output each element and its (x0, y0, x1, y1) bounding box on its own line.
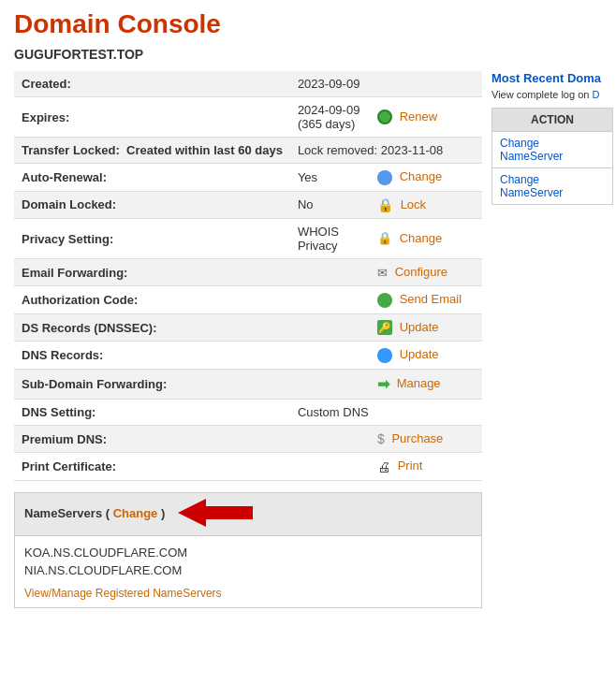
right-panel: Most Recent Doma View complete log on D … (491, 71, 613, 608)
table-row: Transfer Locked: Created within last 60 … (14, 138, 482, 164)
field-label: Expires: (14, 97, 290, 138)
svg-marker-0 (178, 499, 253, 527)
field-value: Lock removed: 2023-11-08 (290, 138, 482, 164)
table-row: Expires: 2024-09-09 (365 days) Renew (14, 97, 482, 138)
subdomain-manage-link[interactable]: Manage (397, 376, 441, 390)
nameservers-title-prefix: NameServers ( (24, 506, 113, 520)
send-email-link[interactable]: Send Email (400, 292, 462, 306)
premium-dns-icon: $ (377, 431, 385, 446)
action-cell: $ Purchase (370, 425, 482, 453)
left-panel: Created: 2023-09-09 Expires: 2024-09-09 … (14, 71, 482, 608)
field-value: 2023-09-09 (290, 71, 482, 97)
field-label: DS Records (DNSSEC): (14, 313, 290, 342)
most-recent-title: Most Recent Doma (491, 71, 613, 85)
domain-name: GUGUFORTEST.TOP (14, 47, 602, 62)
red-arrow-icon (178, 499, 253, 527)
view-manage-nameservers-link[interactable]: View/Manage Registered NameServers (24, 587, 222, 600)
right-panel-subtitle: View complete log on D (491, 89, 613, 100)
table-row: DNS Setting: Custom DNS (14, 399, 482, 425)
table-row: Premium DNS: $ Purchase (14, 425, 482, 453)
field-value (290, 425, 370, 453)
action-cell: Change (370, 164, 482, 192)
dns-icon (377, 348, 392, 363)
field-value: No (290, 191, 370, 219)
field-label: Email Forwarding: (14, 259, 290, 286)
action-cell: Update (370, 342, 482, 370)
action-row: Change NameServer (492, 132, 613, 168)
privacy-change-link[interactable]: Change (400, 231, 443, 245)
field-value: Custom DNS (290, 399, 482, 425)
field-label: Transfer Locked: Created within last 60 … (14, 138, 290, 164)
action-cell: 🔒 Lock (370, 191, 482, 219)
auth-icon (377, 293, 392, 308)
change-nameserver-link-1[interactable]: Change NameServer (500, 137, 563, 163)
log-link[interactable]: D (592, 89, 599, 100)
field-label: DNS Setting: (14, 399, 290, 425)
table-row: Print Certificate: 🖨 Print (14, 453, 482, 481)
table-row: Created: 2023-09-09 (14, 71, 482, 97)
page-title: Domain Console (14, 9, 602, 39)
email-icon: ✉ (377, 266, 388, 280)
nameservers-title-suffix: ) (161, 506, 165, 520)
info-table: Created: 2023-09-09 Expires: 2024-09-09 … (14, 71, 482, 481)
action-cell: 🖨 Print (370, 453, 482, 481)
dns-update-link[interactable]: Update (400, 347, 439, 361)
field-label: Privacy Setting: (14, 219, 290, 259)
field-label: Print Certificate: (14, 453, 290, 481)
table-row: Privacy Setting: WHOIS Privacy 🔒 Change (14, 219, 482, 259)
nameserver-entry: KOA.NS.CLOUDFLARE.COM (24, 544, 472, 561)
field-label: Premium DNS: (14, 425, 290, 453)
auto-renewal-change-link[interactable]: Change (400, 169, 443, 183)
nameservers-header: NameServers ( Change ) (15, 493, 481, 536)
table-row: Domain Locked: No 🔒 Lock (14, 191, 482, 219)
change-nameserver-link-2[interactable]: Change NameServer (500, 173, 563, 199)
print-link[interactable]: Print (398, 458, 423, 473)
email-configure-link[interactable]: Configure (395, 265, 447, 279)
nameservers-change-link[interactable]: Change (113, 506, 158, 520)
table-row: DNS Records: Update (14, 342, 482, 370)
action-table: ACTION Change NameServer Change NameServ… (491, 108, 613, 205)
action-cell: Renew (370, 97, 482, 138)
action-cell: 🔒 Change (370, 219, 482, 259)
subdomain-icon: ➡ (377, 375, 389, 393)
action-cell: ✉ Configure (370, 259, 482, 286)
renew-icon (377, 109, 392, 124)
table-row: Sub-Domain Forwarding: ➡ Manage (14, 369, 482, 399)
action-cell: Send Email (370, 286, 482, 314)
lock-link[interactable]: Lock (401, 197, 426, 211)
field-label: Sub-Domain Forwarding: (14, 369, 290, 399)
table-row: DS Records (DNSSEC): 🔑 Update (14, 313, 482, 342)
auto-renewal-icon (377, 170, 392, 185)
ds-records-icon: 🔑 (377, 320, 392, 335)
field-value: Yes (290, 164, 370, 192)
action-header: ACTION (492, 109, 613, 132)
action-cell: Change NameServer (492, 132, 613, 168)
field-value (290, 313, 370, 342)
field-label: Created: (14, 71, 290, 97)
field-value (290, 453, 370, 481)
field-label: Domain Locked: (14, 191, 290, 219)
action-row: Change NameServer (492, 168, 613, 205)
field-label: Authorization Code: (14, 286, 290, 314)
field-value (290, 286, 370, 314)
field-value: WHOIS Privacy (290, 219, 370, 259)
field-value (290, 259, 370, 286)
nameservers-body: KOA.NS.CLOUDFLARE.COM NIA.NS.CLOUDFLARE.… (15, 536, 481, 607)
field-value (290, 369, 370, 399)
print-icon: 🖨 (377, 459, 390, 474)
action-cell: ➡ Manage (370, 369, 482, 399)
table-row: Email Forwarding: ✉ Configure (14, 259, 482, 286)
premium-dns-purchase-link[interactable]: Purchase (391, 431, 443, 445)
field-label: Auto-Renewal: (14, 164, 290, 192)
lock-icon: 🔒 (377, 197, 393, 212)
action-cell: 🔑 Update (370, 313, 482, 342)
nameserver-entry: NIA.NS.CLOUDFLARE.COM (24, 561, 472, 579)
renew-link[interactable]: Renew (400, 109, 437, 124)
ds-records-update-link[interactable]: Update (400, 320, 439, 334)
field-value: 2024-09-09 (365 days) (290, 97, 370, 138)
table-row: Authorization Code: Send Email (14, 286, 482, 314)
field-label: DNS Records: (14, 342, 290, 370)
nameservers-section: NameServers ( Change ) KOA.NS.CLOUDFLARE… (14, 492, 482, 608)
action-cell: Change NameServer (492, 168, 613, 205)
table-row: Auto-Renewal: Yes Change (14, 164, 482, 192)
